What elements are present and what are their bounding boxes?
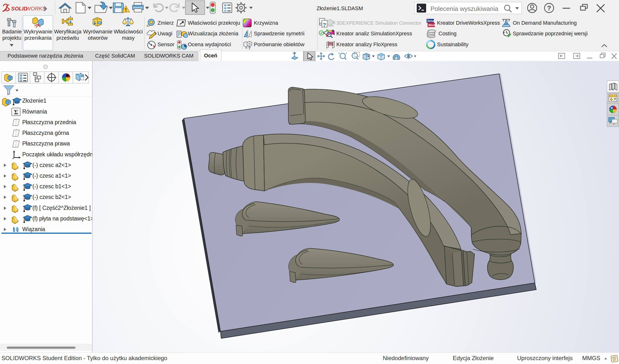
svg-text:=: = [319,21,322,25]
svg-text:SOLID: SOLID [11,6,27,12]
svg-text:WORKS: WORKS [26,6,46,12]
svg-text:Drive: Drive [427,19,435,23]
svg-text:=: = [245,46,247,50]
svg-text:?: ? [323,22,326,28]
svg-text:?: ? [248,46,251,51]
svg-text:Works: Works [428,24,437,27]
svg-text:?: ? [547,4,551,12]
